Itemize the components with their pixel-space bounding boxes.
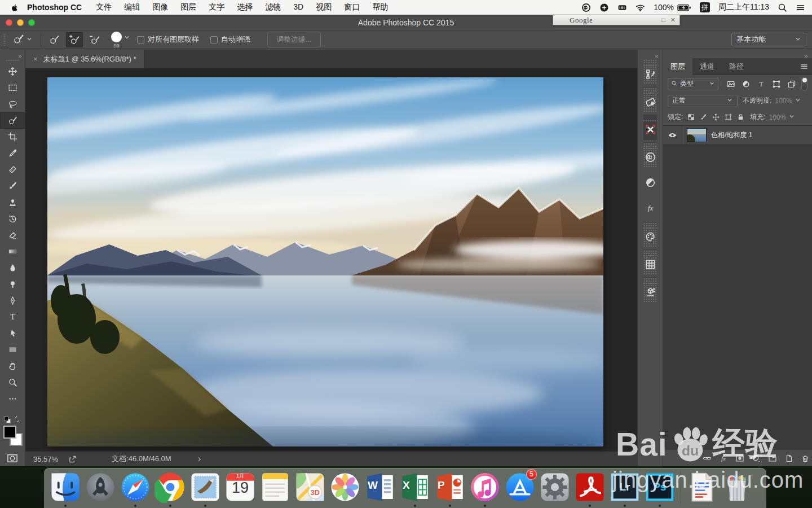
tool-dodge[interactable] (0, 276, 25, 292)
panel-icon-3d[interactable] (643, 277, 657, 303)
workspace-switcher[interactable]: 基本功能 (731, 33, 806, 46)
layers-action-icon-delete-layer[interactable] (801, 454, 810, 463)
pasteboard[interactable] (25, 68, 637, 451)
tool-preset-picker[interactable] (10, 33, 36, 46)
dock-item-chrome[interactable] (153, 470, 188, 505)
menubar-item[interactable]: 文字 (202, 2, 231, 12)
document-size-info[interactable]: 文档:46.0M/46.0M (112, 454, 171, 464)
dock-item-word[interactable]: W (363, 470, 398, 505)
dock-item-trash[interactable] (720, 470, 754, 505)
expand-tools-icon[interactable] (17, 51, 23, 58)
tool-marquee[interactable] (0, 80, 25, 96)
status-options-chevron-icon[interactable] (196, 456, 202, 462)
lock-icon-lock-pixels[interactable] (699, 113, 708, 121)
canvas-image[interactable] (47, 77, 603, 446)
circle-plus-menu-icon[interactable] (599, 3, 609, 12)
window-titlebar[interactable]: Adobe Photoshop CC 2015 (0, 15, 812, 30)
tool-more-tools[interactable] (0, 391, 25, 407)
layer-filter-toggle[interactable] (801, 77, 807, 91)
dock-item-notes[interactable] (258, 470, 293, 505)
sample-all-layers-checkbox[interactable]: 对所有图层取样 (137, 34, 199, 45)
selection-mode-button-add-to-selection[interactable] (66, 32, 83, 47)
tool-rectangle[interactable] (0, 341, 25, 358)
menubar-clock[interactable]: 周二上午11:13 (718, 2, 769, 12)
zoom-level-field[interactable]: 35.57% (33, 455, 58, 463)
refine-edge-button[interactable]: 调整边缘... (267, 32, 321, 47)
menubar-item[interactable]: 文件 (90, 2, 118, 12)
quick-mask-mode-button[interactable] (6, 453, 19, 466)
collapse-panels-icon[interactable] (803, 51, 809, 58)
layer-filter-icon-filter-type-layers[interactable]: T (755, 77, 768, 90)
tool-zoom[interactable] (0, 374, 25, 391)
blend-mode-select[interactable]: 正常 (668, 95, 738, 107)
tool-clone-stamp[interactable] (0, 194, 25, 211)
default-colors-icon[interactable] (4, 417, 11, 423)
dock-item-divider[interactable] (677, 470, 685, 505)
lock-icon-lock-position[interactable] (712, 113, 720, 121)
dock-item-launchpad[interactable] (83, 470, 118, 505)
options-grip-handle[interactable] (3, 33, 6, 46)
lock-icon-lock-transparency[interactable] (687, 113, 695, 121)
zoom-window-button[interactable] (28, 19, 35, 26)
dock-item-excel[interactable]: X (398, 470, 433, 505)
tool-lasso[interactable] (0, 96, 25, 112)
panel-icon-properties[interactable] (643, 115, 657, 140)
layer-filter-icon-filter-smart-objects[interactable] (785, 77, 798, 90)
tool-brush[interactable] (0, 178, 25, 194)
layer-filter-icon-filter-shape-layers[interactable] (770, 77, 783, 90)
panel-tab[interactable]: 通道 (692, 58, 722, 75)
menubar-item[interactable]: 窗口 (338, 2, 366, 12)
share-icon[interactable] (68, 455, 77, 463)
creative-cloud-menu-icon[interactable] (581, 3, 591, 12)
tool-eraser[interactable] (0, 227, 25, 243)
layers-action-icon-new-adjustment-layer[interactable] (752, 454, 761, 463)
menubar-item[interactable]: 图层 (174, 2, 202, 12)
layer-visibility-toggle[interactable] (663, 126, 682, 144)
tool-hand[interactable] (0, 358, 25, 374)
tool-spot-healing-brush[interactable] (0, 161, 25, 178)
dock-item-acrobat[interactable] (572, 470, 607, 505)
tool-gradient[interactable] (0, 243, 25, 260)
fill-field[interactable]: 100% (769, 113, 796, 121)
google-window[interactable]: Google □ ✕ (553, 15, 680, 25)
swap-colors-icon[interactable] (14, 415, 21, 425)
menubar-item[interactable]: 滤镜 (259, 2, 287, 12)
menubar-item[interactable]: 视图 (310, 2, 338, 12)
tool-crop[interactable] (0, 129, 25, 145)
layer-filter-icon-filter-pixel-layers[interactable] (725, 77, 738, 90)
panel-icon-history[interactable] (643, 59, 657, 85)
dock-item-lightroom[interactable]: Lr (607, 470, 642, 505)
tool-eyedropper[interactable] (0, 145, 25, 161)
dock-item-document[interactable] (685, 470, 720, 505)
close-window-button[interactable] (6, 19, 12, 26)
tools-grip-handle[interactable] (6, 59, 19, 61)
dock-item-photoshop[interactable]: Ps (642, 470, 677, 505)
tool-move[interactable] (0, 63, 25, 80)
auto-enhance-checkbox[interactable]: 自动增强 (210, 34, 250, 45)
layers-action-icon-layer-style[interactable]: fx (719, 454, 728, 463)
lock-icon-lock-all[interactable] (736, 113, 745, 121)
checkbox[interactable] (210, 36, 218, 43)
dock-item-finder[interactable] (48, 470, 83, 505)
google-close-button[interactable]: ✕ (670, 17, 676, 23)
panel-icon-adjustments[interactable] (638, 170, 663, 195)
dock-item-maps[interactable]: 3D (293, 470, 328, 505)
dock-item-powerpoint[interactable]: P (433, 470, 467, 505)
input-method-indicator[interactable]: 拼 (700, 2, 710, 12)
panel-tab[interactable]: 路径 (722, 58, 751, 75)
menubar-item[interactable]: 图像 (146, 2, 174, 12)
expand-panels-icon[interactable] (654, 51, 660, 58)
dock-item-itunes[interactable] (467, 470, 502, 505)
spotlight-search-icon[interactable] (778, 3, 787, 12)
selection-mode-button-subtract-from-selection[interactable] (86, 32, 103, 47)
notification-center-icon[interactable] (796, 3, 805, 12)
layers-action-icon-new-layer[interactable] (784, 454, 793, 463)
battery-gauge-menu-icon[interactable] (617, 3, 627, 12)
foreground-color-swatch[interactable] (3, 426, 16, 439)
menubar-item[interactable]: 选择 (231, 2, 259, 12)
panel-tab[interactable]: 图层 (663, 58, 692, 75)
layers-action-icon-new-group[interactable] (768, 454, 777, 463)
layer-thumbnail[interactable] (687, 128, 707, 142)
opacity-field[interactable]: 100% (775, 97, 801, 105)
tool-quick-selection[interactable] (0, 112, 25, 129)
